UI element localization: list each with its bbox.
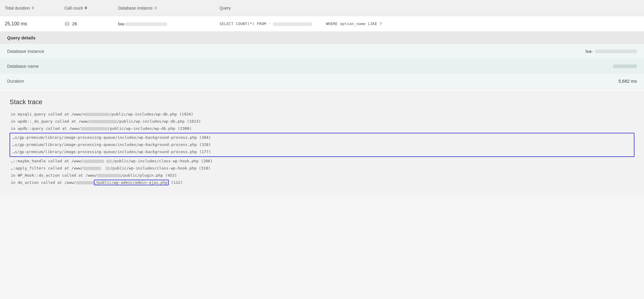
sort-icon-call-count [85,6,87,10]
trace-line-3: in wpdb::query called at /www//public/wp… [10,125,634,132]
trace-line-2: in wpdb::_do_query called at /www//publi… [10,118,634,125]
redacted-1 [85,113,109,116]
database-instance-label: Database instance [118,6,153,10]
stack-trace-title: Stack trace [10,98,634,106]
detail-label-database-instance: Database instance [7,49,322,54]
call-count-value: 26 [60,18,113,30]
col-header-total-duration[interactable]: Total duration [0,2,60,14]
detail-value-duration: 5,682 ms [322,78,637,84]
call-count-label: Call count [64,6,83,10]
table-header: Total duration Call count Database insta… [0,0,644,16]
redacted-after-3 [97,174,121,177]
detail-label-duration: Duration [7,78,322,84]
query-label: Query [219,6,231,10]
redacted-after-4 [76,181,94,184]
query-details-section: Query details Database instance lxa- Dat… [0,32,644,89]
redacted-after-2 [83,167,101,170]
query-value: SELECT COUNT(*) FROM · WHERE option_name… [215,18,644,30]
detail-database-instance-redacted [595,50,637,53]
query-redacted [273,22,312,26]
total-duration-label: Total duration [5,6,30,10]
trace-highlighted-line-2: …s/gp-premium/library/image-processing-q… [10,141,634,148]
trace-line-after-1: …::maybe_handle called at /www/ /public/… [10,158,634,165]
total-duration-value: 25,100 ms [0,18,60,30]
database-instance-redacted [125,22,167,26]
stack-trace-section: Stack trace in mysqli_query called at /w… [0,91,644,196]
inline-highlight-box: /public/wp-admin/admin-ajax.php [94,180,169,185]
sort-icon-total-duration [32,6,34,10]
trace-highlighted-line-1: …s/gp-premium/library/image-processing-q… [10,134,634,141]
stack-trace-list: in mysqli_query called at /www/v/public/… [10,111,634,186]
detail-label-database-name: Database name [7,64,322,69]
col-header-call-count[interactable]: Call count [60,2,113,14]
col-header-query: Query [215,2,644,14]
trace-highlighted-group: …s/gp-premium/library/image-processing-q… [10,133,634,157]
detail-value-database-name [322,64,637,68]
detail-row-database-name: Database name [0,59,644,74]
redacted-3 [81,127,108,130]
detail-database-name-redacted [613,64,637,68]
detail-row-duration: Duration 5,682 ms [0,74,644,89]
data-row[interactable]: 25,100 ms 26 lxa- SELECT COUNT(*) FROM ·… [0,16,644,32]
trace-line-after-4: in do_action called at /www//public/wp-a… [10,179,634,186]
sort-icon-database-instance [154,6,157,10]
detail-value-database-instance: lxa- [322,49,637,54]
redacted-2 [90,120,117,123]
trace-highlighted-line-3: …s/gp-premium/library/image-processing-q… [10,148,634,155]
col-header-database-instance[interactable]: Database instance [113,2,215,14]
detail-row-database-instance: Database instance lxa- [0,44,644,59]
trace-line-1: in mysqli_query called at /www/v/public/… [10,111,634,118]
svg-point-0 [65,22,69,23]
redacted-after-1 [83,160,104,163]
trace-line-after-3: in WP_Hook::do_action called at /www//pu… [10,172,634,179]
database-instance-value: lxa- [113,18,215,30]
query-details-header: Query details [0,32,644,44]
trace-line-after-2: …:apply_filters called at /www/ /public/… [10,165,634,172]
database-icon [64,21,70,27]
